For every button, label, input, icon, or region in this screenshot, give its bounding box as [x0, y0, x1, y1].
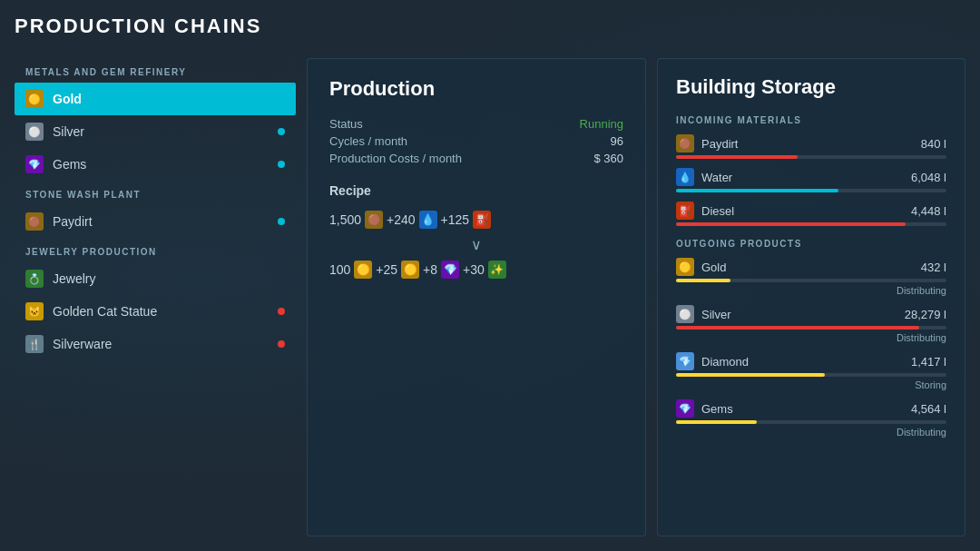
sidebar-label-golden-cat: Golden Cat Statue: [53, 304, 269, 319]
category-stone-wash: STONE WASH PLANT: [15, 181, 296, 205]
sidebar-label-silver: Silver: [53, 124, 269, 139]
recipe-jewelry-icon: ✨: [488, 261, 506, 279]
silverware-icon: 🍴: [25, 335, 44, 353]
page-title: PRODUCTION CHAINS: [15, 15, 261, 38]
storage-paydirt-bar: [676, 155, 798, 159]
storage-diesel-name: Diesel: [701, 204, 734, 218]
stat-status-label: Status: [329, 117, 363, 131]
golden-cat-icon: 🐱: [25, 302, 44, 320]
storage-water-icon: 💧: [676, 168, 694, 186]
sidebar-item-silverware[interactable]: 🍴 Silverware: [15, 328, 296, 360]
storage-gold: 🟡 Gold 432 l Distributing: [676, 258, 946, 296]
storage-gold-bar: [676, 279, 730, 282]
jewelry-icon: 💍: [25, 270, 44, 288]
storage-water-amount: 6,048 l: [911, 171, 946, 184]
sidebar-label-paydirt: Paydirt: [53, 214, 269, 229]
incoming-label: INCOMING MATERIALS: [676, 115, 946, 125]
sidebar-item-golden-cat[interactable]: 🐱 Golden Cat Statue: [15, 295, 296, 328]
production-panel: Production Status Running Cycles / month…: [307, 58, 646, 536]
recipe-title: Recipe: [329, 183, 623, 198]
sidebar-label-gems: Gems: [53, 157, 269, 172]
sidebar-item-silver[interactable]: ⚪ Silver: [15, 115, 296, 148]
storage-diamond-amount: 1,417 l: [911, 355, 946, 369]
gold-dot: [278, 95, 285, 103]
storage-gold-amount: 432 l: [921, 261, 946, 274]
storage-gems-amount: 4,564 l: [911, 402, 946, 416]
silverware-dot: [278, 340, 285, 348]
storage-gold-bar-container: [676, 279, 946, 282]
gems-icon: 💎: [25, 155, 44, 173]
storage-panel: Building Storage INCOMING MATERIALS 🟤 Pa…: [657, 58, 965, 536]
storage-gems-name: Gems: [701, 402, 733, 416]
storage-diamond-bar-container: [676, 373, 946, 377]
storage-silver-icon: ⚪: [676, 305, 694, 323]
production-title: Production: [329, 77, 623, 101]
storage-diamond-bar: [676, 373, 825, 377]
sidebar-label-silverware: Silverware: [53, 337, 269, 351]
left-panel: METALS AND GEM REFINERY 🟡 Gold ⚪ Silver …: [15, 58, 296, 536]
outgoing-label: OUTGOING PRODUCTS: [676, 239, 946, 249]
sidebar-item-jewelry[interactable]: 💍 Jewelry: [15, 262, 296, 295]
sidebar-item-paydirt[interactable]: 🟤 Paydirt: [15, 205, 296, 238]
paydirt-dot: [278, 218, 285, 225]
storage-gems: 💎 Gems 4,564 l Distributing: [676, 399, 946, 438]
storage-gems-status: Distributing: [676, 427, 946, 438]
recipe-arrow: ∨: [329, 236, 623, 253]
gold-icon: 🟡: [25, 90, 44, 108]
sidebar-label-gold: Gold: [53, 92, 269, 106]
storage-gold-status: Distributing: [676, 285, 946, 296]
storage-diesel-icon: ⛽: [676, 202, 694, 220]
storage-silver-status: Distributing: [676, 332, 946, 343]
storage-paydirt: 🟤 Paydirt 840 l: [676, 134, 946, 159]
golden-cat-dot: [278, 308, 285, 315]
storage-diamond-status: Storing: [676, 379, 946, 390]
stat-cycles-label: Cycles / month: [329, 134, 407, 148]
silver-dot: [278, 128, 285, 135]
storage-gems-bar-container: [676, 420, 946, 424]
gems-dot: [278, 161, 285, 168]
stat-cycles: Cycles / month 96: [329, 134, 623, 148]
recipe-water-icon: 💧: [419, 211, 437, 229]
storage-paydirt-bar-container: [676, 155, 946, 159]
storage-diamond: 💎 Diamond 1,417 l Storing: [676, 352, 946, 390]
storage-silver-name: Silver: [701, 308, 731, 321]
storage-gems-icon: 💎: [676, 399, 694, 418]
storage-diesel: ⛽ Diesel 4,448 l: [676, 202, 946, 226]
storage-diesel-bar: [676, 222, 906, 226]
recipe-gold-icon-2: 🟡: [401, 261, 419, 279]
recipe-paydirt-icon: 🟤: [365, 211, 383, 229]
storage-gems-bar: [676, 420, 757, 424]
storage-water-bar: [676, 189, 838, 192]
storage-diesel-bar-container: [676, 222, 946, 226]
storage-paydirt-name: Paydirt: [701, 137, 738, 151]
storage-water-bar-container: [676, 189, 946, 192]
silver-icon: ⚪: [25, 123, 44, 141]
recipe-gold-icon-1: 🟡: [354, 261, 372, 279]
storage-silver-bar-container: [676, 326, 946, 330]
sidebar-item-gems[interactable]: 💎 Gems: [15, 148, 296, 181]
storage-paydirt-amount: 840 l: [921, 137, 946, 151]
storage-water: 💧 Water 6,048 l: [676, 168, 946, 192]
sidebar-item-gold[interactable]: 🟡 Gold: [15, 83, 296, 115]
category-jewelry: JEWELRY PRODUCTION: [15, 238, 296, 262]
paydirt-icon: 🟤: [25, 212, 44, 231]
stat-costs-value: $ 360: [593, 152, 623, 165]
storage-diesel-amount: 4,448 l: [911, 204, 946, 218]
storage-diamond-name: Diamond: [701, 355, 749, 369]
storage-paydirt-icon: 🟤: [676, 134, 694, 153]
storage-gold-icon: 🟡: [676, 258, 694, 276]
stat-costs: Production Costs / month $ 360: [329, 152, 623, 165]
stat-costs-label: Production Costs / month: [329, 152, 462, 165]
recipe-input-line: 1,500 🟤 +240 💧 +125 ⛽: [329, 211, 623, 229]
storage-diamond-icon: 💎: [676, 352, 694, 370]
category-metals: METALS AND GEM REFINERY: [15, 58, 296, 83]
storage-water-name: Water: [701, 171, 732, 184]
production-stats: Status Running Cycles / month 96 Product…: [329, 117, 623, 165]
storage-silver-amount: 28,279 l: [905, 308, 946, 321]
storage-silver-bar: [676, 326, 919, 330]
sidebar-label-jewelry: Jewelry: [53, 271, 285, 286]
storage-title: Building Storage: [676, 75, 946, 99]
recipe-output-line: 100 🟡 +25 🟡 +8 💎 +30 ✨: [329, 261, 623, 279]
storage-silver: ⚪ Silver 28,279 l Distributing: [676, 305, 946, 343]
recipe-diesel-icon: ⛽: [473, 211, 491, 229]
